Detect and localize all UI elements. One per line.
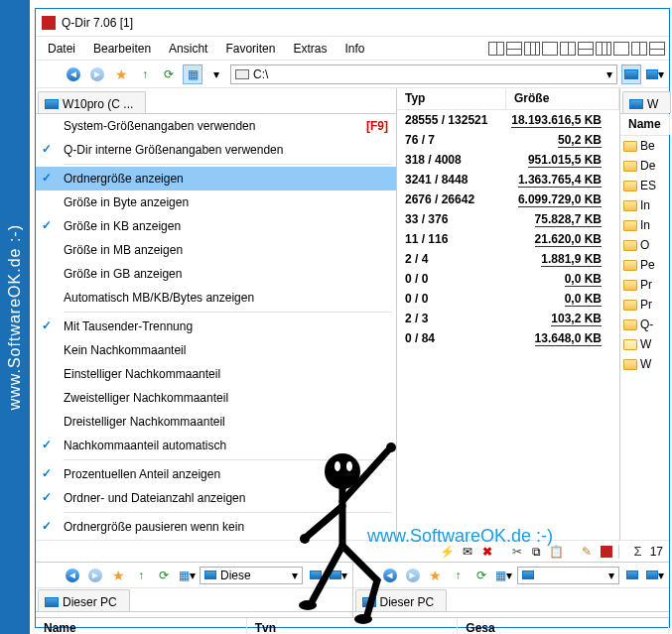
ctx-item-11[interactable]: Kein Nachkommaanteil <box>36 338 396 362</box>
tab-w10pro[interactable]: W10pro (C ... <box>38 91 146 113</box>
layout-4b-icon[interactable] <box>578 42 594 56</box>
bp2-fav-button[interactable]: ★ <box>426 566 446 585</box>
layout-4a-icon[interactable] <box>560 42 576 56</box>
ctx-item-10[interactable]: Mit Tausender-Trennung <box>36 315 396 338</box>
bp-back-button[interactable]: ◄ <box>63 566 82 585</box>
ctx-item-13[interactable]: Zweistelliger Nachkommaanteil <box>36 386 396 410</box>
qdir-icon[interactable] <box>599 545 614 559</box>
monitor1-button[interactable] <box>621 64 641 84</box>
layout-4d-icon[interactable] <box>613 42 629 56</box>
bp2-mon2-button[interactable]: ▾ <box>645 566 665 585</box>
bp2-view-button[interactable]: ▦▾ <box>494 566 514 585</box>
ctx-item-12[interactable]: Einstelliger Nachkommaanteil <box>36 362 396 386</box>
toolbar-layout-btn[interactable] <box>40 64 60 84</box>
folder-item[interactable]: W <box>620 334 669 354</box>
folder-item[interactable]: W <box>620 354 669 374</box>
bp2-up-button[interactable]: ↑ <box>449 566 469 585</box>
ctx-item-3[interactable]: Ordnergröße anzeigen <box>36 167 396 190</box>
bp2-address-bar[interactable]: ▾ <box>517 567 620 584</box>
ctx-item-7[interactable]: Größe in GB anzeigen <box>36 262 396 286</box>
titlebar[interactable]: Q-Dir 7.06 [1] <box>36 9 669 37</box>
data-row[interactable]: 33 / 37675.828,7 KB <box>397 209 619 229</box>
bp-address-bar[interactable]: Diese ▾ <box>200 567 303 584</box>
data-row[interactable]: 2 / 41.881,9 KB <box>397 249 619 269</box>
data-row[interactable]: 0 / 00,0 KB <box>397 269 619 289</box>
ctx-item-label: Prozentuellen Anteil anzeigen <box>64 467 220 481</box>
bp-view-button[interactable]: ▦▾ <box>177 566 197 585</box>
folder-item[interactable]: Pe <box>620 255 669 275</box>
data-row[interactable]: 76 / 750,2 KB <box>397 130 619 150</box>
ctx-item-8[interactable]: Automatisch MB/KB/Bytes anzeigen <box>36 286 396 310</box>
up-button[interactable]: ↑ <box>135 64 155 84</box>
data-row[interactable]: 0 / 00,0 KB <box>397 289 619 309</box>
data-row[interactable]: 2 / 3103,2 KB <box>397 309 619 328</box>
view-dropdown-button[interactable]: ▾ <box>206 64 226 84</box>
ctx-item-14[interactable]: Dreistelliger Nachkommaanteil <box>36 410 396 434</box>
data-row[interactable]: 28555 / 13252118.193.616,5 KB <box>397 110 619 130</box>
cell-groesse: 21.620,0 KB <box>535 232 602 247</box>
bp-layout-icon[interactable] <box>40 566 60 585</box>
menu-datei[interactable]: Datei <box>40 40 83 58</box>
bp-forward-button[interactable]: ► <box>85 566 105 585</box>
bp2-refresh-button[interactable]: ⟳ <box>471 566 491 585</box>
ctx-item-label: Größe in KB anzeigen <box>64 219 181 233</box>
layout-1-icon[interactable] <box>542 42 558 56</box>
data-row[interactable]: 3241 / 84481.363.765,4 KB <box>397 170 619 190</box>
tab-pane3[interactable]: W <box>622 91 671 113</box>
ctx-item-4[interactable]: Größe in Byte anzeigen <box>36 190 396 214</box>
bp-refresh-button[interactable]: ⟳ <box>154 566 174 585</box>
folder-item[interactable]: Pr <box>620 275 669 295</box>
folder-item[interactable]: O <box>620 235 669 255</box>
back-button[interactable]: ◄ <box>64 64 83 84</box>
menu-extras[interactable]: Extras <box>285 40 335 58</box>
menu-bearbeiten[interactable]: Bearbeiten <box>85 40 159 58</box>
folder-item[interactable]: De <box>620 156 669 176</box>
favorites-button[interactable]: ★ <box>111 64 131 84</box>
folder-item[interactable]: Be <box>620 136 669 156</box>
sum-icon[interactable]: Σ <box>630 545 646 559</box>
menu-ansicht[interactable]: Ansicht <box>161 40 215 58</box>
bcol-gesa[interactable]: Gesa <box>458 618 669 634</box>
ctx-item-6[interactable]: Größe in MB anzeigen <box>36 238 396 262</box>
folder-name: W <box>640 337 651 351</box>
ctx-item-label: Dreistelliger Nachkommaanteil <box>64 415 225 429</box>
forward-button[interactable]: ► <box>87 64 107 84</box>
layout-4f-icon[interactable] <box>649 42 665 56</box>
data-row[interactable]: 2676 / 266426.099.729,0 KB <box>397 190 619 209</box>
folder-item[interactable]: Q- <box>620 315 669 334</box>
data-row[interactable]: 11 / 11621.620,0 KB <box>397 229 619 249</box>
layout-2row-icon[interactable] <box>506 42 522 56</box>
folder-item[interactable]: ES <box>620 176 669 195</box>
col-header-typ[interactable]: Typ <box>397 88 506 109</box>
folder-item[interactable]: Pr <box>620 295 669 315</box>
folder-item[interactable]: In <box>620 215 669 235</box>
edit-icon[interactable]: ✎ <box>579 545 595 559</box>
bp-fav-button[interactable]: ★ <box>108 566 128 585</box>
bp2-mon1-button[interactable] <box>622 566 642 585</box>
ctx-item-0[interactable]: System-Größenangaben verwenden[F9] <box>36 114 396 138</box>
bp-tab-dieserpc[interactable]: Dieser PC <box>38 589 130 611</box>
pane3-col-name[interactable]: Name <box>620 114 670 135</box>
data-row[interactable]: 0 / 8413.648,0 KB <box>397 328 619 348</box>
view-grid-button[interactable]: ▦ <box>183 64 202 84</box>
ctx-item-5[interactable]: Größe in KB anzeigen <box>36 214 396 238</box>
refresh-button[interactable]: ⟳ <box>159 64 179 84</box>
shortcut-label: [F9] <box>366 119 388 133</box>
menu-favoriten[interactable]: Favoriten <box>217 40 283 58</box>
data-row[interactable]: 318 / 4008951.015,5 KB <box>397 150 619 170</box>
layout-2col-icon[interactable] <box>488 42 504 56</box>
folder-item[interactable]: In <box>620 195 669 215</box>
menu-info[interactable]: Info <box>336 40 372 58</box>
monitor2-button[interactable]: ▾ <box>645 64 665 84</box>
layout-4e-icon[interactable] <box>631 42 647 56</box>
layout-3col-icon[interactable] <box>524 42 540 56</box>
address-bar[interactable]: C:\ ▾ <box>230 64 617 84</box>
bp-up-button[interactable]: ↑ <box>131 566 151 585</box>
tab-pane3-label: W <box>647 97 658 111</box>
cell-groesse-wrap: 18.193.616,5 KB <box>506 113 619 127</box>
col-header-groesse[interactable]: Größe <box>506 88 619 109</box>
cell-groesse: 75.828,7 KB <box>535 212 602 227</box>
ctx-item-1[interactable]: Q-Dir interne Größenangaben verwenden <box>36 138 396 162</box>
bcol-name[interactable]: Name <box>36 618 247 634</box>
layout-4c-icon[interactable] <box>596 42 611 56</box>
